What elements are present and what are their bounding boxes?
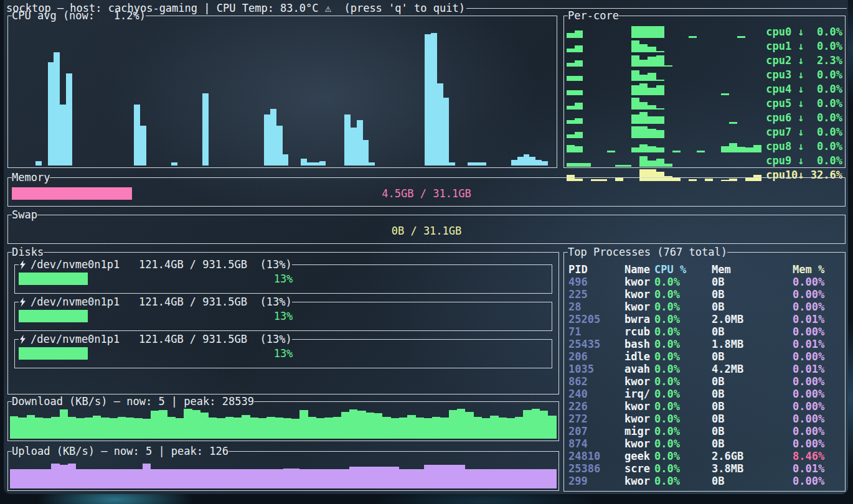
processes-title: Top Processes (767 total) [568, 246, 727, 258]
core-usage-sparkline [567, 68, 761, 81]
app-title: socktop — host: cachyos-gaming | CPU Tem… [6, 2, 465, 14]
process-cell: 0.01% [793, 338, 843, 350]
disk-gauge-label: 13% [19, 347, 548, 360]
process-cell: 0B [712, 288, 793, 301]
process-cell: 0B [712, 437, 793, 450]
process-cell: 1035 [568, 363, 624, 375]
process-cell: 0.0% [654, 450, 712, 462]
process-cell: 25205 [568, 313, 624, 325]
per-core-row: cpu8 ↓ 0.0% [567, 140, 842, 154]
process-cell: 272 [568, 413, 624, 425]
core-usage-sparkline [567, 140, 761, 152]
per-core-row: cpu1 ↓ 0.0% [567, 40, 842, 54]
process-cell: kwor [624, 276, 654, 288]
process-row: 25435bash0.0%1.8MB0.01% [568, 338, 843, 350]
core-label: cpu9 ↓ 0.0% [761, 154, 842, 167]
panel-download: Download (KB/s) — now: 5 | peak: 28539 [7, 401, 559, 441]
process-cell: 2.0MB [712, 313, 793, 325]
panel-disks: Disks /dev/nvme0n1p1 121.4GB / 931.5GB (… [7, 252, 559, 394]
disk-entry-text: /dev/nvme0n1p1 121.4GB / 931.5GB (13%) [31, 296, 292, 308]
process-cell: 0.01% [793, 462, 843, 475]
core-label: cpu8 ↓ 0.0% [761, 140, 842, 152]
process-row: 206idle0.0%0B0.00% [568, 350, 843, 363]
swap-gauge-label: 0B / 31.1GB [12, 225, 841, 237]
process-cell: bash [624, 338, 654, 350]
disk-entry-title: /dev/nvme0n1p1 121.4GB / 931.5GB (13%) [19, 296, 292, 308]
process-row: 207migr0.0%0B0.00% [568, 425, 843, 437]
process-cell: 3.8MB [712, 462, 793, 475]
core-usage-sparkline [567, 40, 761, 52]
process-row: 24810geek0.0%2.6GB8.46% [568, 450, 843, 462]
process-cell: 0B [712, 375, 793, 388]
process-cell: 862 [568, 375, 624, 388]
core-usage-sparkline [567, 83, 761, 95]
panel-processes: Top Processes (767 total) PID Name CPU %… [563, 252, 846, 492]
process-cell: 0.0% [654, 400, 712, 413]
core-label: cpu3 ↓ 0.0% [761, 68, 842, 81]
process-cell: 0B [712, 388, 793, 400]
process-cell: 0.0% [654, 301, 712, 313]
process-cell: rcub [624, 325, 654, 338]
swap-title: Swap [12, 208, 37, 221]
process-cell: 496 [568, 276, 624, 288]
core-label: cpu2 ↓ 2.3% [761, 54, 842, 67]
disk-entry: /dev/nvme0n1p1 121.4GB / 931.5GB (13%)13… [14, 264, 552, 294]
process-cell: kwor [624, 475, 654, 487]
memory-title: Memory [12, 171, 50, 184]
process-cell: 0.01% [793, 313, 843, 325]
process-cell: kwor [624, 437, 654, 450]
process-cell: 0.0% [654, 276, 712, 288]
per-core-row: cpu6 ↓ 0.0% [567, 111, 842, 126]
process-cell: 207 [568, 425, 624, 437]
disk-gauge: 13% [19, 273, 548, 285]
process-row: 25205bwra0.0%2.0MB0.01% [568, 313, 843, 325]
process-cell: 299 [568, 475, 624, 487]
panel-per-core: Per-core cpu0 ↓ 0.0%cpu1 ↓ 0.0%cpu2 ↓ 2.… [563, 16, 846, 168]
process-cell: 0.0% [654, 437, 712, 450]
process-cell: 1.8MB [712, 338, 793, 350]
process-row: 874kwor0.0%0B0.00% [568, 437, 843, 450]
disks-title: Disks [12, 246, 44, 258]
process-cell: 0.00% [793, 437, 843, 450]
header-pid: PID [568, 263, 624, 276]
process-cell: kwor [624, 301, 654, 313]
process-cell: 0.0% [654, 413, 712, 425]
disk-gauge-label: 13% [19, 273, 548, 285]
process-cell: kwor [624, 288, 654, 301]
process-cell: avah [624, 363, 654, 375]
process-cell: 0.00% [793, 288, 843, 301]
process-cell: 0.0% [654, 475, 712, 487]
core-label: cpu7 ↓ 0.0% [761, 126, 842, 138]
process-cell: 0B [712, 475, 793, 487]
disk-entry: /dev/nvme0n1p1 121.4GB / 931.5GB (13%)13… [14, 339, 552, 368]
per-core-row: cpu2 ↓ 2.3% [567, 54, 842, 68]
process-cell: 2.6GB [712, 450, 793, 462]
disk-entry-text: /dev/nvme0n1p1 121.4GB / 931.5GB (13%) [31, 258, 292, 271]
panel-upload: Upload (KB/s) — now: 5 | peak: 126 [7, 451, 559, 491]
per-core-row: cpu9 ↓ 0.0% [567, 154, 842, 169]
swap-gauge: 0B / 31.1GB [12, 225, 841, 237]
process-cell: 206 [568, 350, 624, 363]
header-mem: Mem [712, 263, 793, 276]
process-row: 71rcub0.0%0B0.00% [568, 325, 843, 338]
panel-cpu-avg: CPU avg (now: 1.2%) [7, 16, 557, 168]
process-cell: 0.00% [793, 276, 843, 288]
disk-entry-title: /dev/nvme0n1p1 121.4GB / 931.5GB (13%) [19, 333, 292, 345]
process-cell: 0B [712, 325, 793, 338]
lightning-bolt-icon [19, 335, 26, 344]
disk-gauge: 13% [19, 347, 548, 360]
process-cell: 24810 [568, 450, 624, 462]
process-cell: kwor [624, 400, 654, 413]
process-cell: 240 [568, 388, 624, 400]
process-cell: 0B [712, 276, 793, 288]
terminal-window[interactable]: socktop — host: cachyos-gaming | CPU Tem… [4, 0, 848, 494]
title-rule [466, 8, 847, 9]
process-cell: 0.00% [793, 301, 843, 313]
core-usage-sparkline [567, 54, 761, 67]
memory-gauge: 4.5GB / 31.1GB [12, 187, 841, 200]
process-cell: 0.00% [793, 413, 843, 425]
process-cell: idle [624, 350, 654, 363]
core-label: cpu1 ↓ 0.0% [761, 40, 842, 52]
process-cell: scre [624, 462, 654, 475]
disk-gauge: 13% [19, 310, 548, 322]
